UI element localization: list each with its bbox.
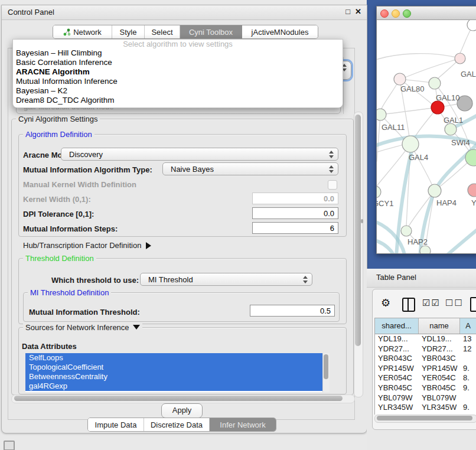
table-cell[interactable]: 9. [460, 364, 476, 374]
scrollbar-thumb[interactable] [324, 354, 328, 379]
minimize-traffic-light-icon[interactable] [392, 9, 400, 18]
network-node[interactable] [377, 109, 386, 120]
mi-steps-field[interactable] [252, 222, 338, 234]
table-row[interactable]: YBL079WYBL079W [375, 393, 476, 403]
sources-toggle[interactable]: Sources for Network Inference [23, 323, 142, 332]
table-cell[interactable]: 12 [460, 344, 476, 354]
column-header-name[interactable]: name [419, 318, 460, 334]
tab-jactivemnodules[interactable]: jActiveMNodules [242, 25, 318, 38]
table-row[interactable]: YDL19...YDL19...13 [375, 334, 476, 344]
table-horizontal-scrollbar[interactable] [374, 415, 476, 423]
table-row[interactable]: YPR145WYPR145W9. [375, 364, 476, 374]
table-cell[interactable]: YBL079W [419, 393, 460, 403]
network-edge-highlighted[interactable] [443, 227, 476, 253]
aracne-mode-select[interactable]: Discovery [61, 148, 338, 161]
table-cell[interactable]: YPR145W [375, 364, 419, 374]
table-cell[interactable]: YDL19... [419, 334, 460, 344]
table-row[interactable]: YBR045CYBR045C9. [375, 383, 476, 393]
algorithm-option-dream8-dc-tdc-algorithm[interactable]: Dream8 DC_TDC Algorithm [13, 96, 343, 105]
network-edge[interactable] [377, 54, 460, 60]
float-window-icon[interactable]: □ [345, 7, 350, 16]
data-attributes-list[interactable]: SelfLoopsTopologicalCoefficientBetweenne… [25, 353, 329, 392]
table-cell[interactable]: YLR345W [375, 403, 419, 413]
close-icon[interactable]: ✕ [355, 7, 361, 16]
table-cell[interactable] [460, 393, 476, 403]
table-row[interactable]: YBR043CYBR043C [375, 354, 476, 364]
table-cell[interactable]: YBR045C [375, 383, 419, 393]
tab-impute-data[interactable]: Impute Data [88, 418, 144, 431]
table-cell[interactable]: YBL079W [375, 393, 419, 403]
table-cell[interactable]: YBR045C [419, 383, 460, 393]
table-cell[interactable]: YBR043C [375, 354, 419, 364]
table-cell[interactable]: 8. [460, 373, 476, 383]
settings-horizontal-scrollbar[interactable] [11, 394, 355, 403]
table-cell[interactable]: 9. [460, 403, 476, 413]
table-cell[interactable]: YBR043C [419, 354, 460, 364]
which-threshold-select[interactable]: MI Threshold [140, 273, 312, 286]
mi-threshold-field[interactable] [250, 305, 335, 317]
tab-style[interactable]: Style [112, 25, 145, 38]
mi-algorithm-type-select[interactable]: Naive Bayes [162, 162, 338, 175]
control-panel-titlebar[interactable]: Control Panel □ ✕ [2, 5, 367, 20]
network-node[interactable] [467, 20, 476, 31]
column-header-shared[interactable]: shared... [375, 318, 419, 334]
tab-infer-network[interactable]: Infer Network [210, 418, 276, 431]
table-cell[interactable]: YPR145W [419, 364, 460, 374]
new-table-icon[interactable] [470, 297, 476, 312]
tab-select[interactable]: Select [145, 25, 180, 38]
algorithm-option-bayesian-k2[interactable]: Bayesian – K2 [13, 86, 343, 96]
table-cell[interactable] [460, 354, 476, 364]
network-edge[interactable] [377, 115, 380, 162]
algorithm-option-aracne-algorithm[interactable]: ARACNE Algorithm [13, 67, 343, 77]
settings-vertical-scrollbar[interactable] [354, 112, 363, 397]
table-row[interactable]: YDR27...YDR27...12 [375, 344, 476, 354]
dpi-tolerance-field[interactable] [252, 207, 338, 219]
table-cell[interactable]: YDL19... [375, 334, 419, 344]
tab-network[interactable]: Network [53, 25, 112, 38]
split-columns-icon[interactable] [402, 298, 415, 312]
tab-cyni-toolbox[interactable]: Cyni Toolbox [180, 25, 242, 38]
network-node[interactable] [394, 73, 406, 85]
network-node[interactable] [431, 101, 444, 114]
network-edge[interactable] [377, 145, 403, 153]
dock-panel-icon[interactable] [4, 441, 15, 450]
algorithm-option-bayesian-hill-climbing[interactable]: Bayesian – Hill Climbing [13, 48, 343, 58]
network-node[interactable] [455, 53, 465, 64]
network-node[interactable] [445, 123, 457, 135]
apply-button[interactable]: Apply [161, 403, 203, 418]
checked-columns-icon[interactable]: ☑☑ [422, 298, 441, 308]
attribute-item-selfloops[interactable]: SelfLoops [25, 353, 329, 363]
network-canvas[interactable]: GALGAL80GAL10GAL1GAL11SWI4GAL4GCY1HAP4YH… [377, 20, 476, 253]
table-cell[interactable]: YDR27... [419, 344, 460, 354]
table-cell[interactable]: YER054C [419, 373, 460, 383]
scrollbar-thumb[interactable] [377, 416, 472, 420]
gear-icon[interactable]: ⚙ [381, 296, 390, 309]
algorithm-option-mutual-information-inference[interactable]: Mutual Information Inference [13, 77, 343, 86]
network-window-titlebar[interactable] [377, 6, 476, 20]
table-row[interactable]: YLR345WYLR345W9. [375, 403, 476, 413]
attribute-item-betweennesscentrality[interactable]: BetweennessCentrality [25, 372, 329, 381]
network-node[interactable] [428, 184, 441, 197]
column-header-a[interactable]: A [460, 318, 476, 334]
tab-discretize-data[interactable]: Discretize Data [144, 418, 210, 431]
scrollbar-thumb[interactable] [14, 396, 343, 401]
algorithm-option-basic-correlation-inference[interactable]: Basic Correlation Inference [13, 58, 343, 67]
table-cell[interactable]: 13 [460, 334, 476, 344]
table-cell[interactable]: 9. [460, 383, 476, 393]
zoom-traffic-light-icon[interactable] [403, 9, 411, 18]
unchecked-columns-icon[interactable]: ☐☐ [445, 298, 464, 308]
attribute-item-topologicalcoefficient[interactable]: TopologicalCoefficient [25, 363, 329, 372]
network-node[interactable] [402, 136, 419, 152]
table-panel-titlebar[interactable]: Table Panel [367, 269, 476, 288]
scrollbar-thumb[interactable] [355, 115, 361, 346]
table-cell[interactable]: YLR345W [419, 403, 460, 413]
network-node[interactable] [429, 77, 441, 89]
close-traffic-light-icon[interactable] [380, 9, 389, 18]
attribute-item-gal4rgexp[interactable]: gal4RGexp [25, 381, 329, 391]
network-node[interactable] [401, 226, 412, 236]
network-node[interactable] [377, 186, 381, 198]
network-node[interactable] [420, 246, 431, 253]
network-edge[interactable] [405, 58, 460, 77]
table-row[interactable]: YER054CYER054C8. [375, 373, 476, 383]
split-divider-grip[interactable] [361, 219, 363, 223]
